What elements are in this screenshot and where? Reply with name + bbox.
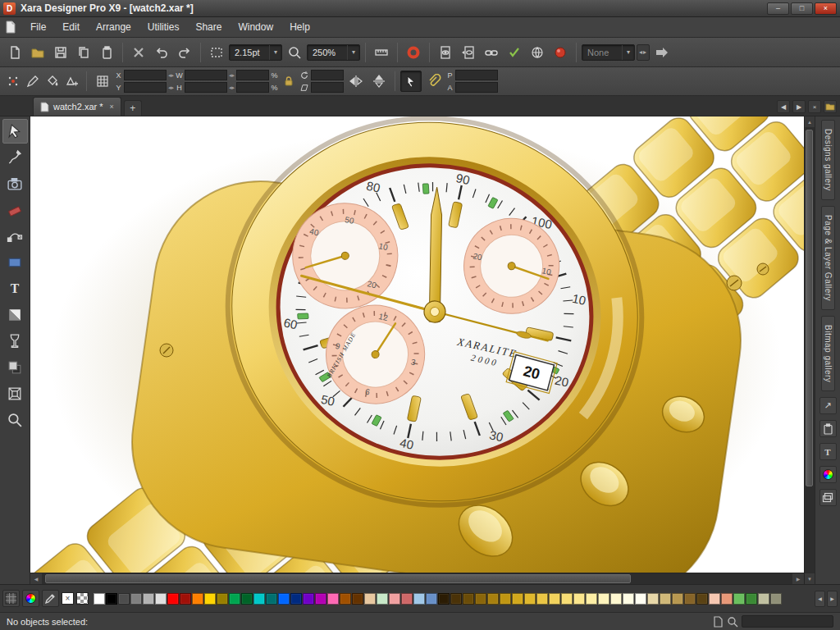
flip-horizontal-button[interactable] [345,71,367,92]
selector-tool-button[interactable] [2,119,28,144]
color-swatch[interactable] [709,593,720,605]
h-spinner[interactable]: ◂▸ [229,84,235,91]
color-swatch[interactable] [315,593,326,605]
color-swatch[interactable] [327,593,339,605]
save-button[interactable] [50,42,71,63]
line-width-combo[interactable]: 2.15pt ▾ [229,44,282,61]
add-shape-button[interactable] [63,72,81,90]
web-properties-button[interactable] [527,42,548,63]
bevel-tool-button[interactable] [2,381,28,406]
fill-tool-button[interactable] [2,303,28,327]
shadow-tool-button[interactable] [2,355,28,380]
color-swatch[interactable] [204,593,216,605]
vertical-scrollbar[interactable]: ▲ ▼ [804,116,815,584]
color-swatch[interactable] [377,593,388,605]
lock-aspect-button[interactable] [280,72,298,90]
color-swatch[interactable] [389,593,400,605]
tab-scroll-right-button[interactable]: ▶ [792,100,806,113]
color-swatch[interactable] [217,593,228,605]
color-swatch[interactable] [180,593,191,605]
name-stepper[interactable]: ◂▸ [637,44,650,61]
zoom-tool-button[interactable] [2,408,28,432]
color-swatch[interactable] [167,593,179,605]
color-swatch[interactable] [340,593,351,605]
vertical-scroll-track[interactable] [805,127,815,573]
close-document-button[interactable]: × [808,100,821,113]
color-swatch[interactable] [475,593,486,605]
fill-edit-button[interactable] [43,72,62,90]
zoom-status-icon[interactable] [727,616,738,628]
xara-online-button[interactable] [403,42,424,63]
color-swatch[interactable] [647,593,659,605]
color-swatch[interactable] [106,593,117,605]
color-swatch[interactable] [290,593,302,605]
color-swatch[interactable] [487,593,499,605]
tab-bitmap-gallery[interactable]: Bitmap gallery [821,316,835,391]
palette-scroll-left-button[interactable]: ◀ [815,591,825,607]
color-swatch[interactable] [684,593,696,605]
page-status-icon[interactable] [713,616,724,628]
color-swatch[interactable] [241,593,253,605]
vertical-scroll-thumb[interactable] [806,130,813,486]
pen-button[interactable] [24,72,42,90]
horizontal-scroll-thumb[interactable] [45,574,631,583]
zoom-tool-button[interactable] [284,42,305,63]
canvas-artwork[interactable]: 10 20 30 40 50 60 70 80 90 100 [30,116,804,573]
color-swatch[interactable] [758,593,769,605]
scroll-left-icon[interactable]: ◀ [30,573,42,585]
rectangle-tool-button[interactable] [2,250,28,275]
color-swatch[interactable] [266,593,277,605]
color-swatch[interactable] [143,593,154,605]
new-tab-button[interactable]: + [124,100,142,116]
color-swatch[interactable] [253,593,265,605]
tab-watch2[interactable]: watch2.xar * × [33,97,121,116]
color-swatch[interactable] [438,593,450,605]
y-spinner[interactable]: ◂▸ [168,84,174,91]
spellcheck-button[interactable] [504,42,525,63]
color-swatch[interactable] [696,593,708,605]
flip-vertical-button[interactable] [368,71,390,92]
scroll-down-icon[interactable]: ▼ [805,573,815,584]
menu-arrange[interactable]: Arrange [89,19,139,35]
color-swatch[interactable] [278,593,290,605]
open-button[interactable] [27,42,48,63]
grid-button[interactable] [92,71,113,92]
horizontal-scroll-track[interactable] [42,573,792,585]
delete-button[interactable] [128,42,149,63]
p-field[interactable] [455,70,498,80]
color-wheel-button[interactable] [22,590,39,607]
scroll-right-icon[interactable]: ▶ [792,573,804,585]
color-swatch[interactable] [192,593,203,605]
paste-button[interactable] [96,42,117,63]
color-swatch[interactable] [155,593,167,605]
a-field[interactable] [455,82,498,93]
color-swatch[interactable] [94,593,105,605]
publish-button[interactable] [651,42,673,63]
menu-window[interactable]: Window [231,19,281,35]
color-swatch[interactable] [303,593,314,605]
scroll-up-icon[interactable]: ▲ [805,116,815,127]
no-color-swatch[interactable]: × [62,592,74,605]
tab-page-layer-gallery[interactable]: Page & Layer Gallery [821,206,835,310]
anchor-button[interactable] [423,71,445,92]
tab-scroll-left-button[interactable]: ◀ [777,100,790,113]
color-swatch[interactable] [586,593,597,605]
scale-w-field[interactable] [236,70,269,80]
new-document-button[interactable] [4,42,25,63]
gallery-folder-button[interactable] [824,100,837,113]
height-field[interactable] [185,82,227,93]
color-swatch[interactable] [672,593,683,605]
minimize-button[interactable]: – [767,2,789,15]
freehand-tool-button[interactable] [2,145,28,170]
transparency-swatch[interactable] [76,592,89,605]
color-swatch[interactable] [426,593,437,605]
ruler-button[interactable] [371,42,392,63]
layers-gallery-button[interactable] [819,489,837,506]
scale-h-field[interactable] [236,82,269,93]
show-handles-button[interactable] [400,71,422,92]
rotation-field[interactable] [311,70,344,80]
horizontal-scrollbar[interactable]: ◀ ▶ [30,573,804,584]
color-swatch[interactable] [401,593,413,605]
fonts-gallery-button[interactable]: T [819,443,837,460]
y-position-field[interactable] [124,82,167,93]
